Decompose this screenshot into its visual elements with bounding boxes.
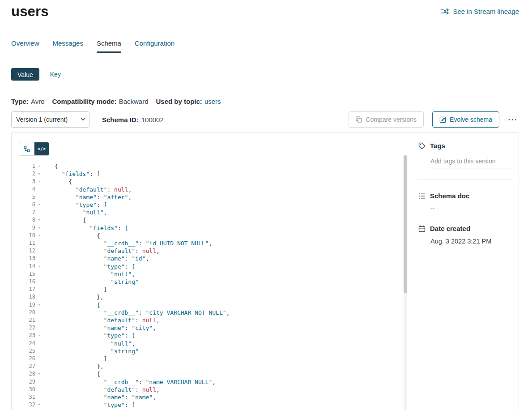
value-toggle-button[interactable]: Value — [11, 68, 39, 81]
add-tags-input[interactable] — [430, 156, 515, 168]
compare-versions-icon — [356, 116, 362, 123]
meta-topic-label: Used by topic: — [156, 98, 202, 105]
date-created-title: Date created — [430, 225, 470, 232]
collapse-spacer — [35, 324, 43, 332]
line-number: 8 — [19, 216, 35, 224]
code-text: ] — [43, 355, 107, 363]
code-text: "fields": [ — [43, 170, 100, 178]
code-line: 6▾ "type": [ — [19, 201, 411, 209]
collapse-spacer — [35, 193, 43, 201]
tree-view-button[interactable] — [19, 142, 34, 155]
scrollbar-thumb[interactable] — [404, 155, 407, 293]
value-key-toggle: Value Key — [11, 68, 519, 81]
code-line: 17 ] — [19, 286, 411, 293]
schema-doc-section: Schema doc -- — [418, 192, 511, 212]
code-text: "default": null, — [43, 186, 132, 193]
code-line: 16 "string" — [19, 278, 411, 286]
evolve-schema-label: Evolve schema — [450, 116, 492, 123]
line-number: 15 — [19, 270, 35, 278]
collapse-toggle-icon[interactable]: ▾ — [35, 178, 43, 185]
code-line: 18 }, — [19, 293, 411, 301]
line-number: 29 — [19, 378, 35, 386]
stream-lineage-link[interactable]: See in Stream lineage — [441, 8, 519, 15]
line-number: 30 — [19, 386, 35, 393]
line-number: 12 — [19, 247, 35, 255]
collapse-spacer — [35, 347, 43, 355]
code-line: 13 "name": "id", — [19, 255, 411, 262]
collapse-spacer — [35, 340, 43, 347]
schema-meta-row: Type:Avro Compatibility mode:Backward Us… — [11, 98, 519, 105]
collapse-toggle-icon[interactable]: ▾ — [35, 263, 43, 270]
collapse-spacer — [35, 378, 43, 386]
collapse-spacer — [35, 309, 43, 316]
collapse-spacer — [35, 270, 43, 278]
collapse-toggle-icon[interactable]: ▾ — [35, 332, 43, 339]
code-line: 24 "null", — [19, 340, 411, 347]
tree-view-icon — [24, 146, 30, 152]
scrollbar-track[interactable] — [404, 155, 407, 410]
date-created-section: Date created Aug. 3 2022 3:21 PM — [418, 225, 511, 245]
line-number: 1 — [19, 162, 35, 170]
code-line: 21 "default": null, — [19, 316, 411, 324]
line-number: 27 — [19, 363, 35, 370]
compare-versions-button[interactable]: Compare versions — [349, 111, 424, 128]
collapse-toggle-icon[interactable]: ▾ — [35, 216, 43, 224]
tags-title: Tags — [430, 142, 445, 149]
code-text: "name": "name", — [43, 393, 156, 401]
collapse-spacer — [35, 363, 43, 370]
calendar-icon — [418, 225, 426, 232]
topic-link[interactable]: users — [204, 98, 221, 105]
version-select[interactable]: Version 1 (current) — [11, 111, 89, 128]
code-line: 25 "string" — [19, 347, 411, 355]
meta-compatibility-label: Compatibility mode: — [52, 98, 116, 105]
tags-header: Tags — [418, 142, 511, 149]
code-line: 20 "__crdb__": "city VARCHAR NOT NULL", — [19, 309, 411, 316]
collapse-toggle-icon[interactable]: ▾ — [35, 201, 43, 209]
line-number: 10 — [19, 232, 35, 239]
evolve-schema-button[interactable]: Evolve schema — [432, 111, 499, 128]
stream-lineage-label: See in Stream lineage — [453, 8, 519, 15]
collapse-toggle-icon[interactable]: ▾ — [35, 401, 43, 409]
schema-doc-value: -- — [430, 205, 511, 212]
line-number: 25 — [19, 347, 35, 355]
line-number: 16 — [19, 278, 35, 286]
code-line: 8▾ { — [19, 216, 411, 224]
schema-controls-row: Version 1 (current) Schema ID:100002 Com… — [11, 111, 519, 128]
tab-messages[interactable]: Messages — [53, 39, 83, 53]
code-line: 28▾ { — [19, 370, 411, 378]
page-title: users — [11, 4, 49, 20]
collapse-toggle-icon[interactable]: ▾ — [35, 170, 43, 178]
more-options-button[interactable]: ⋯ — [506, 114, 519, 125]
line-number: 28 — [19, 370, 35, 378]
line-number: 11 — [19, 239, 35, 247]
code-line: 15 "null", — [19, 270, 411, 278]
tab-configuration[interactable]: Configuration — [135, 39, 174, 53]
collapse-spacer — [35, 255, 43, 262]
sidebar-divider — [417, 179, 512, 179]
key-toggle-link[interactable]: Key — [50, 71, 61, 78]
tab-overview[interactable]: Overview — [11, 39, 39, 53]
collapse-toggle-icon[interactable]: ▾ — [35, 162, 43, 170]
collapse-spacer — [35, 247, 43, 255]
collapse-spacer — [35, 386, 43, 393]
collapse-toggle-icon[interactable]: ▾ — [35, 370, 43, 378]
line-number: 32 — [19, 401, 35, 409]
tab-schema[interactable]: Schema — [97, 39, 121, 53]
schema-doc-icon — [418, 192, 426, 200]
collapse-toggle-icon[interactable]: ▾ — [35, 301, 43, 309]
code-view-button[interactable]: </> — [34, 142, 49, 155]
code-line: 10▾ { — [19, 232, 411, 239]
ellipsis-icon: ⋯ — [507, 114, 517, 125]
code-text: "__crdb__": "id UUID NOT NULL", — [43, 239, 212, 247]
schema-doc-title: Schema doc — [430, 192, 469, 200]
code-text: "fields": [ — [43, 224, 128, 232]
line-number: 23 — [19, 332, 35, 339]
details-pane: Tags Schema doc -- — [411, 133, 519, 410]
line-number: 18 — [19, 293, 35, 301]
code-text: "string" — [43, 347, 139, 355]
collapse-toggle-icon[interactable]: ▾ — [35, 224, 43, 232]
meta-compatibility: Compatibility mode:Backward — [52, 98, 148, 105]
collapse-toggle-icon[interactable]: ▾ — [35, 232, 43, 239]
code-text: { — [43, 178, 72, 185]
date-created-value: Aug. 3 2022 3:21 PM — [430, 238, 511, 245]
